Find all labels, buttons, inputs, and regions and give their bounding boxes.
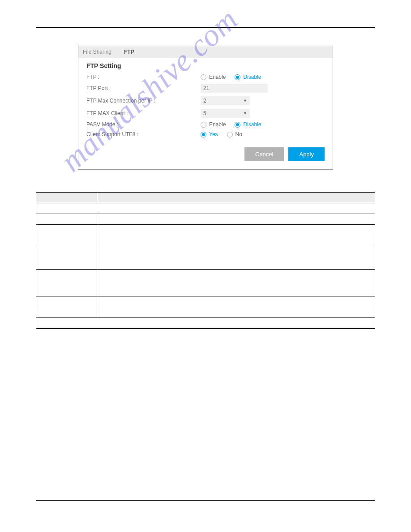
radio-utf8-yes[interactable]: Yes — [201, 131, 218, 137]
table-cell — [36, 214, 97, 225]
select-value: 5 — [203, 110, 206, 116]
row-ftp-port: FTP Port : — [86, 84, 325, 93]
ftp-maxconn-select[interactable]: 2 ▼ — [201, 96, 250, 105]
table-cell — [97, 214, 375, 225]
table-cell — [97, 270, 375, 296]
panel-tabs: File Sharing FTP — [78, 46, 333, 58]
table-cell — [36, 307, 97, 318]
chevron-down-icon: ▼ — [243, 111, 247, 116]
radio-label: Disable — [243, 121, 261, 128]
radio-ftp-enable[interactable]: Enable — [201, 74, 226, 80]
label-ftp-port: FTP Port : — [86, 85, 201, 91]
table-cell — [36, 296, 97, 307]
radio-label: No — [235, 131, 242, 137]
radio-pasv-enable[interactable]: Enable — [201, 121, 226, 128]
row-ftp: FTP : Enable Disable — [86, 74, 325, 80]
label-ftp-maxclient: FTP MAX Client : — [86, 110, 201, 116]
bottom-rule — [36, 500, 375, 501]
radio-label: Disable — [243, 74, 261, 80]
radio-label: Enable — [209, 74, 226, 80]
label-ftp: FTP : — [86, 74, 201, 80]
radio-circle-icon — [235, 122, 240, 128]
radio-pasv-disable[interactable]: Disable — [235, 121, 261, 128]
label-ftp-maxconn: FTP Max Connection per IP : — [86, 98, 201, 104]
table-header — [36, 193, 97, 203]
table-header — [97, 193, 375, 203]
panel-title: FTP Setting — [86, 62, 325, 69]
row-ftp-maxconn: FTP Max Connection per IP : 2 ▼ — [86, 96, 325, 105]
table-cell — [97, 296, 375, 307]
table-cell — [36, 270, 97, 296]
tab-file-sharing[interactable]: File Sharing — [83, 49, 111, 55]
radio-circle-icon — [235, 74, 240, 80]
radio-utf8-no[interactable]: No — [227, 131, 242, 137]
radio-label: Enable — [209, 121, 226, 128]
radio-ftp-disable[interactable]: Disable — [235, 74, 261, 80]
ftp-maxclient-select[interactable]: 5 ▼ — [201, 109, 250, 118]
row-utf8: Client Support UTF8 : Yes No — [86, 131, 325, 137]
button-row: Cancel Apply — [86, 147, 325, 161]
table-cell — [36, 203, 375, 214]
table-cell — [36, 247, 97, 270]
radio-circle-icon — [201, 132, 206, 137]
ftp-settings-panel: File Sharing FTP FTP Setting FTP : Enabl… — [78, 46, 333, 170]
table-cell — [97, 307, 375, 318]
ftp-port-input[interactable] — [201, 84, 268, 93]
select-value: 2 — [203, 98, 206, 104]
label-pasv: PASV Mode : — [86, 121, 201, 128]
radio-circle-icon — [227, 132, 233, 137]
row-pasv: PASV Mode : Enable Disable — [86, 121, 325, 128]
description-table — [36, 192, 375, 329]
cancel-button[interactable]: Cancel — [244, 147, 284, 161]
chevron-down-icon: ▼ — [243, 99, 247, 103]
table-cell — [97, 247, 375, 270]
table-cell — [97, 225, 375, 247]
radio-circle-icon — [201, 122, 206, 128]
tab-ftp[interactable]: FTP — [124, 49, 134, 55]
table-cell — [36, 225, 97, 247]
table-cell — [36, 318, 375, 329]
label-utf8: Client Support UTF8 : — [86, 131, 201, 137]
row-ftp-maxclient: FTP MAX Client : 5 ▼ — [86, 109, 325, 118]
apply-button[interactable]: Apply — [288, 147, 325, 161]
radio-circle-icon — [201, 74, 206, 80]
top-rule — [36, 27, 375, 28]
radio-label: Yes — [209, 131, 218, 137]
